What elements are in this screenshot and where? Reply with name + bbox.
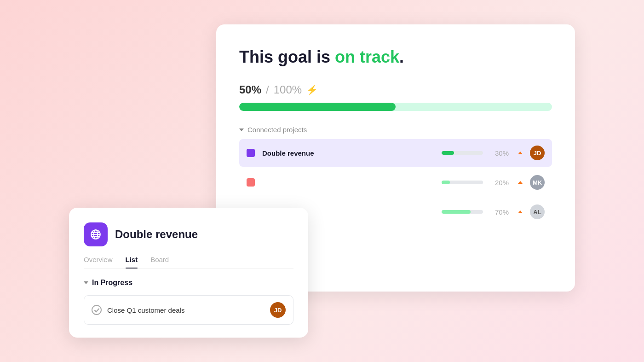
mini-progress-fill-1 [442, 151, 454, 155]
checkmark-icon [94, 307, 100, 313]
project-dot-1 [247, 149, 255, 157]
chevron-down-section-icon [84, 281, 88, 284]
in-progress-section-header: In Progress [84, 279, 293, 287]
progress-separator: / [266, 83, 269, 96]
chevron-down-icon [239, 128, 244, 131]
task-left: Close Q1 customer deals [92, 305, 184, 315]
percent-text-1: 30% [490, 149, 509, 157]
connected-projects-label: Connected projects [247, 126, 307, 134]
arrow-up-icon-1 [518, 152, 523, 154]
connected-projects-header: Connected projects [239, 126, 552, 134]
progress-label: 50% / 100% ⚡ [239, 83, 552, 96]
progress-bar-bg [239, 103, 552, 111]
mini-progress-fill-2 [442, 181, 450, 184]
progress-bar-fill [239, 103, 396, 111]
arrow-up-icon-3 [518, 210, 523, 213]
tab-overview[interactable]: Overview [84, 256, 113, 268]
project-card: Double revenue Overview List Board In Pr… [69, 208, 308, 338]
project-card-title: Double revenue [115, 228, 198, 241]
lightning-icon: ⚡ [306, 84, 318, 95]
project-icon [84, 222, 108, 246]
goal-title: This goal is on track. [239, 47, 552, 67]
mini-progress-bg-2 [442, 181, 483, 184]
arrow-up-icon-2 [518, 181, 523, 184]
progress-total: 100% [274, 83, 302, 96]
scene: This goal is on track. 50% / 100% ⚡ Conn… [69, 24, 575, 338]
project-dot-2 [247, 178, 255, 187]
progress-current: 50% [239, 83, 261, 96]
project-name-1: Double revenue [262, 149, 434, 157]
project-card-header: Double revenue [84, 222, 293, 246]
progress-section: 50% / 100% ⚡ [239, 83, 552, 111]
percent-text-3: 70% [490, 208, 509, 216]
mini-progress-bg-3 [442, 210, 483, 214]
task-name: Close Q1 customer deals [107, 306, 184, 314]
mini-progress-bg-1 [442, 151, 483, 155]
avatar-2: MK [530, 175, 545, 190]
goal-title-prefix: This goal is [239, 47, 335, 66]
check-circle-icon [92, 305, 102, 315]
percent-text-2: 20% [490, 179, 509, 187]
task-row-1[interactable]: Close Q1 customer deals JD [84, 295, 293, 325]
tab-list[interactable]: List [126, 256, 138, 268]
project-row-1[interactable]: Double revenue 30% JD [239, 139, 552, 167]
tab-board[interactable]: Board [150, 256, 169, 268]
project-row-2[interactable]: 20% MK [239, 169, 552, 196]
tabs: Overview List Board [84, 256, 293, 269]
mini-progress-fill-3 [442, 210, 471, 214]
goal-title-suffix: . [399, 47, 404, 66]
section-label: In Progress [92, 279, 132, 287]
avatar-3: AL [530, 204, 545, 219]
task-avatar: JD [270, 302, 286, 318]
globe-icon [90, 228, 102, 240]
goal-status-text: on track [335, 47, 399, 66]
avatar-1: JD [530, 146, 545, 160]
